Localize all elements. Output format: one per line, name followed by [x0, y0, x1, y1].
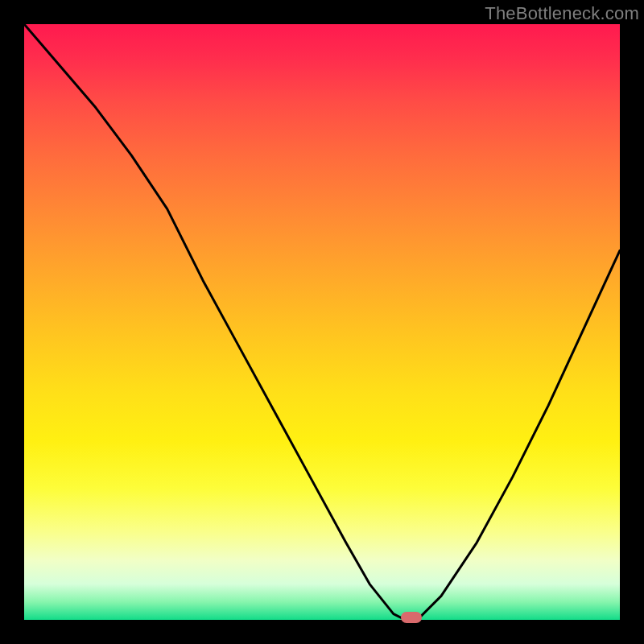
optimum-marker: [401, 612, 422, 623]
plot-area: [24, 24, 620, 620]
chart-container: TheBottleneck.com: [0, 0, 644, 644]
curve-svg: [24, 24, 620, 620]
watermark-text: TheBottleneck.com: [485, 3, 639, 24]
bottleneck-curve: [24, 24, 620, 620]
